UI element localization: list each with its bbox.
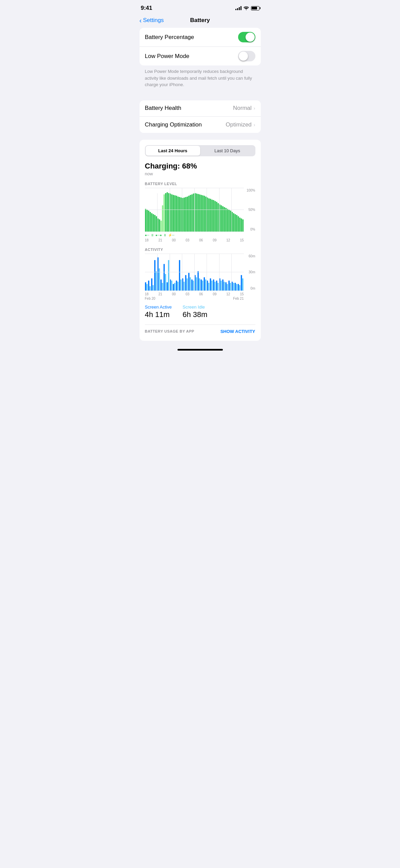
- svg-rect-126: [239, 285, 240, 290]
- screen-idle-value: 6h 38m: [183, 310, 207, 319]
- battery-chart-wrapper: 100% 50% 0%: [145, 188, 255, 232]
- svg-rect-53: [225, 208, 227, 232]
- svg-rect-22: [177, 196, 178, 231]
- low-power-mode-toggle[interactable]: [238, 51, 255, 61]
- screen-active-value: 4h 11m: [145, 310, 172, 319]
- ax-label-03: 03: [186, 292, 189, 296]
- x-label-03: 03: [186, 238, 189, 242]
- charging-info: Charging: 68% now: [145, 162, 255, 176]
- svg-rect-12: [162, 205, 163, 231]
- battery-status-icon: [251, 6, 259, 11]
- activity-bars-area: [145, 254, 244, 291]
- svg-rect-30: [190, 195, 191, 231]
- svg-rect-6: [152, 214, 154, 232]
- toggle-thumb: [246, 33, 255, 42]
- svg-rect-88: [180, 279, 182, 291]
- svg-rect-110: [214, 281, 215, 290]
- x-label-21: 21: [159, 238, 162, 242]
- y-label-30m: 30m: [245, 270, 255, 274]
- svg-rect-26: [184, 197, 185, 232]
- svg-rect-109: [213, 279, 214, 291]
- svg-rect-122: [233, 283, 234, 291]
- ax-label-18: 18: [145, 292, 149, 296]
- svg-rect-112: [217, 283, 218, 291]
- svg-rect-17: [170, 193, 171, 231]
- svg-rect-117: [225, 282, 227, 291]
- charging-optimization-value: Optimized ›: [226, 121, 255, 128]
- y-label-50: 50%: [245, 208, 255, 212]
- x-label-00: 00: [172, 238, 176, 242]
- charging-optimization-row[interactable]: Charging Optimization Optimized ›: [140, 117, 261, 133]
- svg-rect-77: [163, 264, 165, 290]
- svg-rect-87: [179, 260, 180, 291]
- svg-rect-86: [177, 281, 178, 290]
- svg-rect-11: [160, 220, 162, 231]
- battery-usage-label: BATTERY USAGE BY APP: [145, 329, 194, 333]
- svg-rect-97: [194, 275, 196, 291]
- svg-rect-46: [214, 201, 216, 231]
- y-label-0m: 0m: [245, 287, 255, 290]
- page-title: Battery: [190, 17, 210, 24]
- svg-rect-24: [180, 197, 182, 232]
- svg-rect-80: [168, 260, 169, 291]
- back-button[interactable]: ‹ Settings: [140, 17, 164, 24]
- battery-x-labels: 18 21 00 03 06 09 12 15: [145, 237, 255, 242]
- segment-control[interactable]: Last 24 Hours Last 10 Days: [145, 145, 255, 156]
- svg-rect-2: [146, 210, 148, 232]
- svg-rect-51: [222, 206, 224, 232]
- x-label-12: 12: [226, 238, 230, 242]
- settings-group-toggles: Battery Percentage Low Power Mode Low Po…: [140, 28, 261, 94]
- svg-rect-16: [168, 193, 169, 232]
- segment-last-24h[interactable]: Last 24 Hours: [146, 146, 200, 156]
- screen-stats: Screen Active 4h 11m Screen Idle 6h 38m: [145, 304, 255, 319]
- svg-rect-35: [197, 194, 199, 232]
- status-bar: 9:41: [134, 0, 266, 14]
- svg-rect-121: [231, 281, 233, 290]
- svg-rect-13: [163, 194, 165, 232]
- ax-label-21: 21: [159, 292, 162, 296]
- ax-label-15: 15: [240, 292, 244, 296]
- svg-rect-68: [149, 286, 151, 290]
- ax-label-06: 06: [199, 292, 203, 296]
- svg-rect-57: [231, 212, 233, 231]
- svg-rect-33: [194, 193, 196, 232]
- svg-rect-85: [176, 280, 177, 290]
- svg-rect-71: [154, 260, 155, 291]
- svg-rect-72: [155, 271, 157, 290]
- battery-level-chart: BATTERY LEVEL 100% 50% 0%: [145, 182, 255, 242]
- battery-usage-footer: BATTERY USAGE BY APP SHOW ACTIVITY: [145, 324, 255, 335]
- battery-percentage-row[interactable]: Battery Percentage: [140, 28, 261, 47]
- svg-rect-119: [228, 280, 230, 290]
- pause-icon: ⏸: [151, 233, 154, 237]
- svg-rect-8: [155, 216, 157, 231]
- svg-rect-20: [174, 195, 175, 231]
- svg-rect-7: [154, 215, 155, 231]
- chevron-left-icon: ‹: [140, 17, 142, 24]
- svg-rect-29: [188, 196, 189, 232]
- health-card: Battery Health Normal › Charging Optimiz…: [140, 100, 261, 133]
- x-label-06: 06: [199, 238, 203, 242]
- svg-rect-50: [220, 205, 222, 231]
- svg-rect-75: [160, 279, 162, 291]
- battery-percentage-toggle[interactable]: [238, 32, 255, 42]
- svg-rect-65: [145, 282, 146, 291]
- segment-last-10d[interactable]: Last 10 Days: [200, 146, 255, 156]
- plug-icon: ●─: [145, 233, 149, 237]
- svg-rect-3: [148, 211, 149, 232]
- svg-rect-99: [197, 271, 199, 290]
- svg-rect-69: [151, 278, 152, 291]
- svg-rect-76: [162, 283, 163, 291]
- svg-rect-15: [166, 192, 168, 231]
- signal-icon: [235, 6, 241, 10]
- ax-label-12: 12: [226, 292, 230, 296]
- svg-rect-9: [157, 218, 159, 232]
- svg-rect-115: [222, 279, 224, 291]
- charging-icons-row: ●─ ⏸ ●─● ⏸ ⚡─: [145, 232, 255, 237]
- svg-rect-21: [176, 196, 177, 232]
- show-activity-button[interactable]: SHOW ACTIVITY: [220, 329, 255, 334]
- low-power-mode-row[interactable]: Low Power Mode: [140, 47, 261, 65]
- svg-rect-45: [213, 200, 214, 232]
- battery-health-row[interactable]: Battery Health Normal ›: [140, 100, 261, 117]
- svg-rect-36: [199, 194, 200, 232]
- svg-rect-124: [236, 284, 237, 291]
